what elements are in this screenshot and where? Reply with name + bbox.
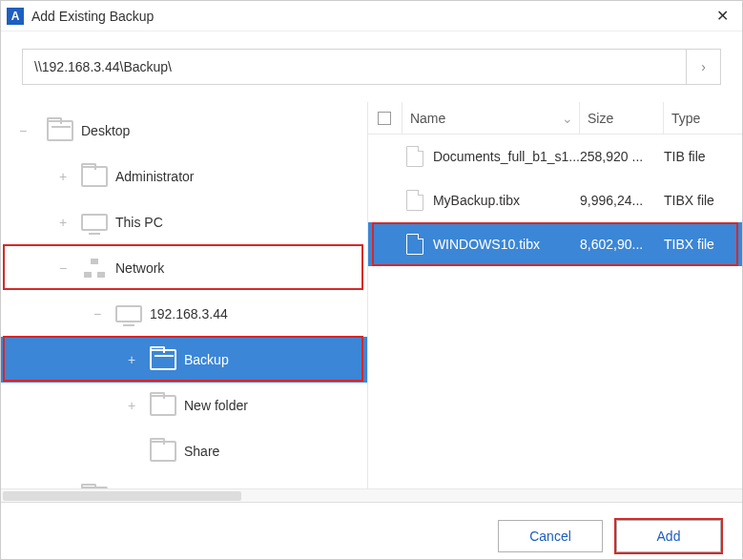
file-list: Documents_full_b1_s1... 258,920 ... TIB … <box>368 135 742 502</box>
file-size-label: 9,996,24... <box>580 193 664 208</box>
file-hscrollbar[interactable] <box>1 488 742 502</box>
file-type-label: TIBX file <box>664 237 742 252</box>
file-row[interactable]: Documents_full_b1_s1... 258,920 ... TIB … <box>368 135 742 178</box>
close-button[interactable]: ✕ <box>708 7 736 25</box>
main-panel: − Desktop + Administrator + This PC − Ne… <box>1 102 742 503</box>
tree-item-desktop[interactable]: − Desktop <box>1 108 367 154</box>
file-size-label: 258,920 ... <box>580 149 664 164</box>
folder-icon <box>81 166 108 187</box>
tree-item-thispc[interactable]: + This PC <box>1 199 367 245</box>
path-bar: › <box>22 49 721 85</box>
tree-label: Backup <box>184 352 229 367</box>
path-input[interactable] <box>22 49 687 85</box>
file-header: Name⌄ Size Type <box>368 102 742 135</box>
file-type-label: TIB file <box>664 149 742 164</box>
header-checkbox[interactable] <box>368 102 402 134</box>
titlebar: A Add Existing Backup ✕ <box>1 1 742 31</box>
tree-label: Desktop <box>81 123 130 138</box>
chevron-right-icon: › <box>701 59 706 74</box>
collapse-icon[interactable]: − <box>16 123 30 138</box>
tree-item-host[interactable]: − 192.168.3.44 <box>1 291 367 337</box>
tree-panel: − Desktop + Administrator + This PC − Ne… <box>1 102 368 502</box>
add-button[interactable]: Add <box>616 520 721 552</box>
file-icon <box>406 190 423 211</box>
network-icon <box>81 259 108 278</box>
header-name[interactable]: Name⌄ <box>402 102 580 134</box>
folder-icon <box>150 395 176 416</box>
file-row[interactable]: MyBackup.tibx 9,996,24... TIBX file <box>368 178 742 222</box>
header-size[interactable]: Size <box>580 102 664 134</box>
folder-icon <box>150 441 176 462</box>
expand-icon[interactable]: + <box>56 215 70 230</box>
expand-icon[interactable]: + <box>125 352 138 367</box>
button-bar: Cancel Add <box>1 503 742 560</box>
pc-icon <box>115 305 142 322</box>
window-title: Add Existing Backup <box>31 9 708 24</box>
tree-label: Administrator <box>115 169 194 184</box>
tree-item-administrator[interactable]: + Administrator <box>1 154 367 199</box>
file-type-label: TIBX file <box>664 193 742 208</box>
file-name-label: MyBackup.tibx <box>433 193 520 208</box>
file-hscroll-thumb[interactable] <box>3 491 241 501</box>
tree-item-backup[interactable]: + Backup <box>1 337 367 383</box>
file-name-label: WINDOWS10.tibx <box>433 237 540 252</box>
file-icon <box>406 146 423 167</box>
file-icon <box>406 234 423 255</box>
tree-label: Network <box>115 260 164 276</box>
path-go-button[interactable]: › <box>687 49 721 85</box>
expand-icon[interactable]: + <box>56 169 70 184</box>
tree-label: This PC <box>115 215 163 230</box>
file-panel: Name⌄ Size Type Documents_full_b1_s1... … <box>368 102 742 502</box>
header-name-label: Name <box>410 111 445 126</box>
collapse-icon[interactable]: − <box>56 260 70 276</box>
collapse-icon[interactable]: − <box>91 306 104 321</box>
checkbox-icon <box>378 112 391 125</box>
pc-icon <box>81 214 108 231</box>
cancel-button[interactable]: Cancel <box>498 520 603 552</box>
tree-item-newfolder[interactable]: + New folder <box>1 383 367 428</box>
tree-item-network[interactable]: − Network <box>1 245 367 291</box>
sort-down-icon: ⌄ <box>562 111 573 126</box>
folder-icon <box>47 120 73 141</box>
expand-icon[interactable]: + <box>125 398 138 413</box>
app-logo: A <box>7 8 24 25</box>
header-type[interactable]: Type <box>664 102 742 134</box>
tree-label: Share <box>184 444 219 459</box>
tree-label: 192.168.3.44 <box>150 306 228 321</box>
tree-label: New folder <box>184 398 248 413</box>
file-size-label: 8,602,90... <box>580 237 664 252</box>
tree-item-share[interactable]: + Share <box>1 428 367 474</box>
file-name-label: Documents_full_b1_s1... <box>433 149 580 164</box>
folder-icon <box>150 349 176 370</box>
file-row-selected[interactable]: WINDOWS10.tibx 8,602,90... TIBX file <box>368 222 742 266</box>
